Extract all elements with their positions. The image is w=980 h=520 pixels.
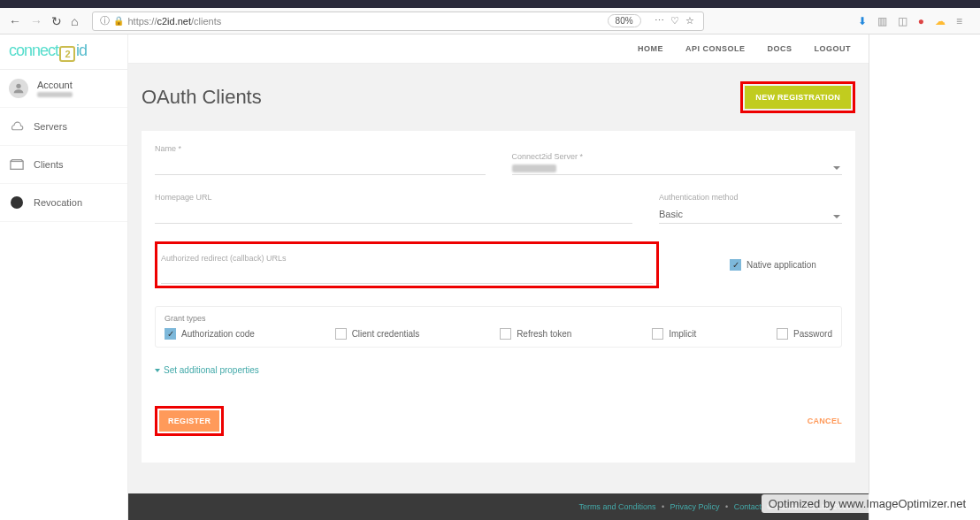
logo-part1: connect [9, 42, 58, 59]
footer-privacy[interactable]: Privacy Policy [670, 502, 720, 511]
grant-implicit-label: Implicit [669, 329, 696, 339]
grant-implicit-checkbox[interactable] [652, 328, 663, 340]
chevron-down-icon[interactable] [833, 215, 840, 218]
additional-properties-link[interactable]: Set additional properties [155, 365, 259, 375]
new-registration-button[interactable]: NEW REGISTRATION [745, 86, 851, 109]
sidebar-label: Revocation [34, 197, 82, 208]
grant-authcode-checkbox[interactable] [165, 328, 176, 340]
reload-button[interactable]: ↻ [51, 14, 62, 28]
new-registration-highlight: NEW REGISTRATION [740, 81, 855, 113]
register-button[interactable]: REGISTER [159, 410, 219, 432]
grant-client-cred-checkbox[interactable] [335, 328, 347, 340]
top-nav: HOME API CONSOLE DOCS LOGOUT [128, 34, 869, 64]
zoom-badge[interactable]: 80% [608, 14, 641, 27]
menu-icon[interactable]: ≡ [956, 15, 962, 27]
grant-refresh-label: Refresh token [517, 329, 571, 339]
nav-api-console[interactable]: API CONSOLE [685, 44, 746, 53]
grant-refresh-checkbox[interactable] [500, 328, 511, 340]
auth-method-label: Authentication method [659, 193, 842, 202]
redirect-input[interactable] [161, 264, 653, 281]
box-icon [9, 157, 25, 172]
server-label: Connect2id Server * [512, 152, 843, 161]
registration-form: Name * Connect2id Server * Homepage URL [142, 131, 855, 463]
grant-types-label: Grant types [165, 314, 832, 323]
grant-password-label: Password [793, 329, 832, 339]
library-icon[interactable]: ▥ [877, 15, 887, 27]
sidebar-toggle-icon[interactable]: ◫ [898, 15, 907, 27]
logo-box: 2 [59, 46, 75, 62]
sidebar-item-revocation[interactable]: Revocation [0, 184, 127, 222]
forward-button[interactable]: → [30, 14, 42, 28]
avatar-icon [9, 79, 28, 98]
grant-client-cred-label: Client credentials [352, 329, 420, 339]
sidebar-item-servers[interactable]: Servers [0, 108, 127, 146]
auth-method-select[interactable]: Basic [659, 205, 842, 224]
download-icon[interactable]: ⬇ [858, 15, 867, 27]
browser-tab-strip [0, 0, 980, 8]
redirect-label: Authorized redirect (callback) URLs [161, 254, 287, 263]
additional-properties-label: Set additional properties [164, 365, 259, 375]
sidebar-label: Clients [34, 159, 64, 170]
svg-rect-1 [11, 161, 23, 169]
sidebar-item-clients[interactable]: Clients [0, 146, 127, 184]
dot-icon [9, 195, 25, 210]
redirect-highlight: Authorized redirect (callback) URLs [155, 241, 659, 288]
addon-icon-2[interactable]: ☁ [935, 15, 946, 27]
nav-home[interactable]: HOME [638, 44, 663, 53]
chevron-down-icon[interactable] [833, 166, 840, 170]
url-bar[interactable]: ⓘ 🔒 https:// c2id.net /clients 80% ⋯ ♡ ☆ [92, 11, 703, 31]
server-value [512, 164, 556, 172]
cancel-button[interactable]: CANCEL [808, 417, 842, 425]
svg-point-0 [16, 84, 20, 88]
logo[interactable]: connect2id [0, 34, 127, 70]
account-label: Account [37, 80, 119, 90]
url-prefix: https:// [127, 16, 157, 27]
cloud-icon [9, 119, 25, 134]
native-app-label: Native application [746, 260, 816, 270]
url-host: c2id.net [157, 16, 192, 27]
account-subtext [37, 92, 73, 97]
homepage-label: Homepage URL [155, 193, 632, 202]
grant-authcode-label: Authorization code [181, 329, 255, 339]
name-label: Name * [155, 144, 486, 153]
lock-icon: 🔒 [113, 16, 124, 26]
footer: Terms and Conditions • Privacy Policy • … [128, 493, 869, 520]
homepage-input[interactable] [155, 205, 632, 224]
url-path: /clients [191, 16, 221, 27]
footer-terms[interactable]: Terms and Conditions [578, 502, 655, 511]
back-button[interactable]: ← [9, 14, 21, 28]
register-highlight: REGISTER [155, 406, 224, 436]
page-title: OAuth Clients [142, 86, 262, 109]
grant-password-checkbox[interactable] [777, 328, 788, 340]
sidebar-label: Servers [34, 121, 67, 132]
addon-icon-1[interactable]: ● [918, 15, 924, 27]
home-button[interactable]: ⌂ [71, 14, 78, 28]
logo-part3: id [76, 42, 87, 59]
name-input[interactable] [155, 157, 486, 175]
sidebar: connect2id Account Servers Clients [0, 34, 128, 520]
native-app-checkbox[interactable] [730, 259, 741, 271]
watermark: Optimized by www.ImageOptimizer.net [762, 494, 973, 513]
info-icon[interactable]: ⓘ [100, 14, 110, 27]
url-actions[interactable]: ⋯ ♡ ☆ [655, 15, 696, 27]
nav-logout[interactable]: LOGOUT [815, 44, 852, 53]
footer-contact[interactable]: Contact [734, 502, 762, 511]
chevron-down-icon [155, 369, 160, 372]
browser-toolbar: ← → ↻ ⌂ ⓘ 🔒 https:// c2id.net /clients 8… [0, 8, 980, 34]
nav-docs[interactable]: DOCS [767, 44, 792, 53]
sidebar-item-account[interactable]: Account [0, 70, 127, 108]
